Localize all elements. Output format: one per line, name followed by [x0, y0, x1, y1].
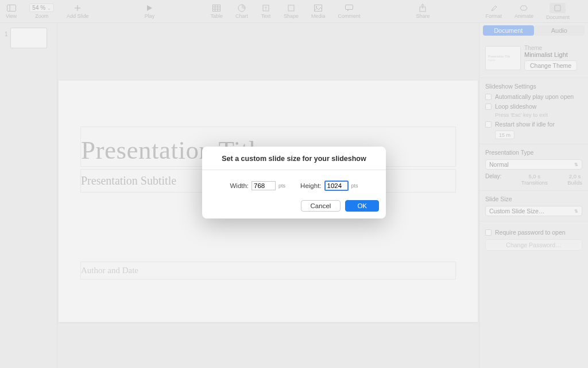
width-label: Width: — [230, 182, 249, 189]
dialog-title: Set a custom slide size for your slidesh… — [202, 147, 386, 170]
ok-button[interactable]: OK — [345, 200, 379, 212]
slide-size-dialog: Set a custom slide size for your slidesh… — [202, 147, 386, 218]
modal-overlay: Set a custom slide size for your slidesh… — [0, 0, 588, 368]
height-label: Height: — [300, 182, 321, 189]
cancel-button[interactable]: Cancel — [301, 200, 341, 212]
height-unit: pts — [351, 183, 358, 189]
width-unit: pts — [278, 183, 285, 189]
height-input[interactable] — [324, 181, 349, 191]
width-input[interactable] — [252, 181, 276, 190]
